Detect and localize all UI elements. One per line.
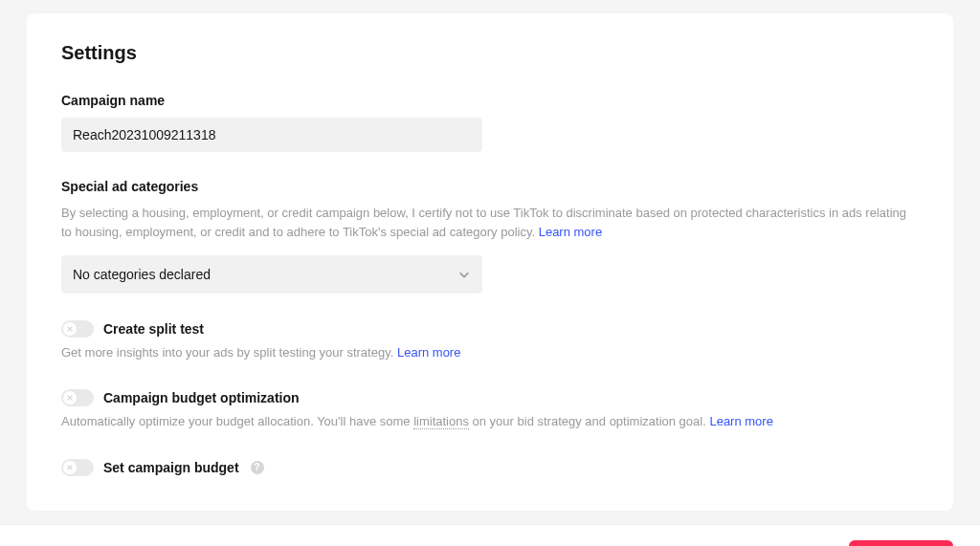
close-icon <box>66 464 74 471</box>
split-test-label: Create split test <box>103 321 204 337</box>
campaign-budget-label: Set campaign budget <box>103 460 239 475</box>
split-test-toggle[interactable] <box>61 320 94 338</box>
campaign-name-label: Campaign name <box>61 93 919 108</box>
continue-button[interactable]: Continue <box>849 540 953 546</box>
campaign-budget-section: Set campaign budget ? <box>61 459 919 476</box>
special-categories-select[interactable]: No categories declared <box>61 255 482 294</box>
budget-optimization-toggle[interactable] <box>61 389 94 406</box>
settings-card: Settings Campaign name Special ad catego… <box>27 13 953 511</box>
budget-optimization-description: Automatically optimize your budget alloc… <box>61 412 919 431</box>
special-categories-label: Special ad categories <box>61 179 919 194</box>
campaign-name-section: Campaign name <box>61 93 919 152</box>
special-categories-section: Special ad categories By selecting a hou… <box>61 179 919 294</box>
budget-optimization-label: Campaign budget optimization <box>103 390 300 405</box>
page-title: Settings <box>61 42 919 64</box>
special-categories-learn-more-link[interactable]: Learn more <box>539 225 602 239</box>
help-icon[interactable]: ? <box>251 461 264 474</box>
campaign-budget-toggle[interactable] <box>61 459 94 476</box>
footer-bar: Exit Save as draft Continue <box>0 524 980 546</box>
budget-optimization-learn-more-link[interactable]: Learn more <box>709 414 772 428</box>
special-categories-selected-value: No categories declared <box>73 267 211 282</box>
close-icon <box>66 325 74 333</box>
split-test-learn-more-link[interactable]: Learn more <box>397 345 460 360</box>
special-categories-description: By selecting a housing, employment, or c… <box>61 204 919 242</box>
split-test-description: Get more insights into your ads by split… <box>61 343 919 362</box>
campaign-name-input[interactable] <box>61 118 482 152</box>
chevron-down-icon <box>457 268 471 281</box>
split-test-section: Create split test Get more insights into… <box>61 320 919 362</box>
close-icon <box>66 394 74 402</box>
budget-optimization-section: Campaign budget optimization Automatical… <box>61 389 919 431</box>
limitations-tooltip-trigger[interactable]: limitations <box>413 414 469 429</box>
